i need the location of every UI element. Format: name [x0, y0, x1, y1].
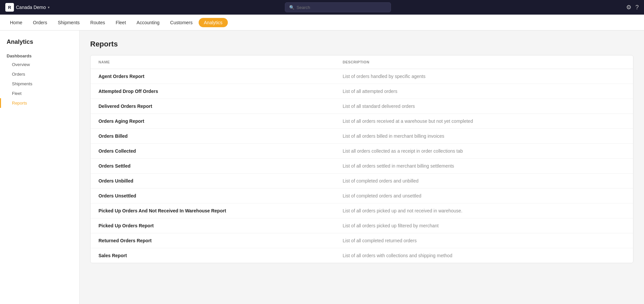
reports-card: NAME DESCRIPTION Agent Orders ReportList… [90, 55, 633, 263]
report-desc-cell: List of all completed returned orders [335, 233, 633, 248]
nav-customers[interactable]: Customers [165, 17, 197, 28]
table-row[interactable]: Orders SettledList of all orders settled… [91, 159, 633, 174]
nav-home[interactable]: Home [5, 17, 27, 28]
table-row[interactable]: Delivered Orders ReportList of all stand… [91, 99, 633, 114]
report-name-cell: Attempted Drop Off Orders [91, 84, 335, 99]
brand-dropdown-icon: ▾ [48, 5, 50, 10]
sidebar-item-orders[interactable]: Orders [0, 69, 79, 79]
report-desc-cell: List of all standard delivered orders [335, 99, 633, 114]
report-name-cell: Agent Orders Report [91, 69, 335, 84]
brand-logo-area[interactable]: R Canada Demo ▾ [5, 3, 50, 12]
col-header-name: NAME [91, 55, 335, 69]
reports-table: NAME DESCRIPTION Agent Orders ReportList… [91, 55, 633, 263]
table-row[interactable]: Picked Up Orders ReportList of all order… [91, 218, 633, 233]
report-name-cell: Sales Report [91, 248, 335, 263]
report-desc-cell: List of all orders with collections and … [335, 248, 633, 263]
table-row[interactable]: Orders CollectedList all orders collecte… [91, 144, 633, 159]
table-row[interactable]: Attempted Drop Off OrdersList of all att… [91, 84, 633, 99]
sidebar-item-reports[interactable]: Reports [0, 98, 79, 108]
sidebar-title: Analytics [0, 38, 79, 51]
table-row[interactable]: Orders BilledList of all orders billed i… [91, 129, 633, 144]
table-row[interactable]: Orders UnsettledList of completed orders… [91, 189, 633, 203]
table-row[interactable]: Picked Up Orders And Not Received In War… [91, 203, 633, 218]
search-icon: 🔍 [289, 5, 294, 10]
report-name-cell: Orders Billed [91, 129, 335, 144]
topbar-icon-group: ⚙ ? [626, 4, 639, 11]
search-area: 🔍 [54, 2, 622, 12]
report-desc-cell: List all orders collected as a receipt i… [335, 144, 633, 159]
report-name-cell: Returned Orders Report [91, 233, 335, 248]
table-row[interactable]: Sales ReportList of all orders with coll… [91, 248, 633, 263]
table-row[interactable]: Returned Orders ReportList of all comple… [91, 233, 633, 248]
report-name-cell: Orders Collected [91, 144, 335, 159]
sidebar-item-overview[interactable]: Overview [0, 60, 79, 69]
topbar: R Canada Demo ▾ 🔍 ⚙ ? [0, 0, 644, 15]
sidebar: Analytics Dashboards Overview Orders Shi… [0, 31, 80, 304]
table-row[interactable]: Orders UnbilledList of completed orders … [91, 174, 633, 189]
nav-routes[interactable]: Routes [86, 17, 109, 28]
nav-orders[interactable]: Orders [28, 17, 52, 28]
report-desc-cell: List of completed orders and unbilled [335, 174, 633, 189]
brand-name: Canada Demo [16, 5, 46, 10]
nav-fleet[interactable]: Fleet [111, 17, 131, 28]
report-name-cell: Orders Unbilled [91, 174, 335, 189]
main-layout: Analytics Dashboards Overview Orders Shi… [0, 31, 644, 304]
report-name-cell: Delivered Orders Report [91, 99, 335, 114]
sidebar-item-fleet[interactable]: Fleet [0, 89, 79, 98]
page-title: Reports [90, 40, 633, 48]
report-name-cell: Picked Up Orders And Not Received In War… [91, 203, 335, 218]
report-desc-cell: List of completed orders and unsettled [335, 189, 633, 203]
nav-analytics[interactable]: Analytics [199, 18, 228, 27]
search-input[interactable] [296, 5, 387, 10]
report-name-cell: Orders Unsettled [91, 189, 335, 203]
report-name-cell: Orders Aging Report [91, 114, 335, 129]
navbar: Home Orders Shipments Routes Fleet Accou… [0, 15, 644, 31]
report-name-cell: Orders Settled [91, 159, 335, 174]
settings-icon[interactable]: ⚙ [626, 4, 631, 11]
report-desc-cell: List of all orders settled in merchant b… [335, 159, 633, 174]
search-box[interactable]: 🔍 [285, 2, 391, 12]
table-row[interactable]: Orders Aging ReportList of all orders re… [91, 114, 633, 129]
nav-shipments[interactable]: Shipments [53, 17, 84, 28]
col-header-description: DESCRIPTION [335, 55, 633, 69]
report-desc-cell: List of orders handled by specific agent… [335, 69, 633, 84]
nav-accounting[interactable]: Accounting [132, 17, 164, 28]
report-desc-cell: List of all orders picked up and not rec… [335, 203, 633, 218]
report-desc-cell: List of all orders billed in merchant bi… [335, 129, 633, 144]
sidebar-section-dashboards: Dashboards [0, 51, 79, 60]
help-icon[interactable]: ? [635, 4, 639, 11]
sidebar-item-shipments[interactable]: Shipments [0, 79, 79, 89]
report-desc-cell: List of all orders picked up filtered by… [335, 218, 633, 233]
main-content: Reports NAME DESCRIPTION Agent Orders Re… [80, 31, 644, 304]
table-header-row: NAME DESCRIPTION [91, 55, 633, 69]
brand-logo: R [5, 3, 14, 12]
report-desc-cell: List of all attempted orders [335, 84, 633, 99]
table-row[interactable]: Agent Orders ReportList of orders handle… [91, 69, 633, 84]
report-name-cell: Picked Up Orders Report [91, 218, 335, 233]
report-desc-cell: List of all orders received at a warehou… [335, 114, 633, 129]
